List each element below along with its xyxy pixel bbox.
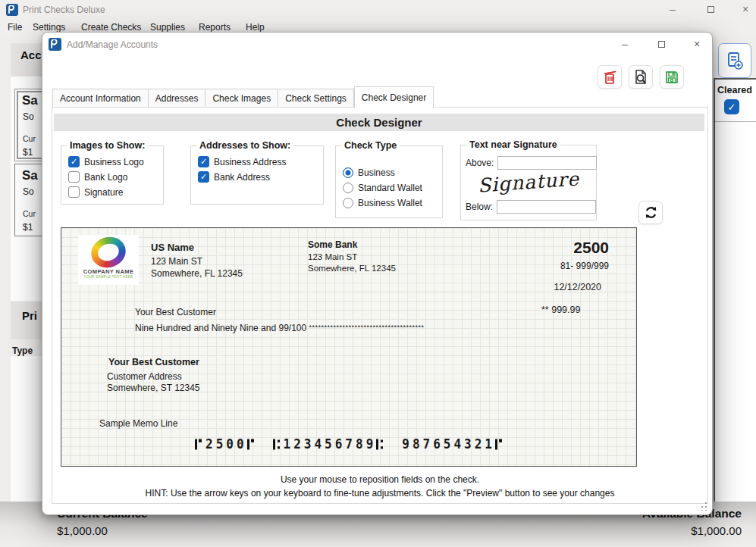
account-card-value: $1 bbox=[23, 222, 33, 233]
account-card-label: Cur bbox=[23, 134, 36, 143]
amount-words-field[interactable]: Nine Hundred and Ninety Nine and 99/100 … bbox=[135, 323, 425, 333]
date-field[interactable]: 12/12/2020 bbox=[542, 282, 601, 292]
logo-company-name: COMPANY NAME bbox=[78, 268, 139, 275]
business-address-checkbox[interactable]: ✓ bbox=[198, 156, 209, 167]
micr-onus-icon bbox=[195, 438, 202, 450]
signature-checkbox[interactable] bbox=[68, 186, 80, 198]
menu-reports[interactable]: Reports bbox=[199, 22, 231, 33]
option-business[interactable]: Business bbox=[343, 166, 395, 179]
business-wallet-radio[interactable] bbox=[343, 198, 353, 208]
account-card-value: $1 bbox=[23, 147, 33, 158]
check-preview: COMPANY NAME YOUR SAMPLE TEXT HERE US Na… bbox=[61, 227, 637, 467]
dialog-title: Add/Manage Accounts bbox=[67, 39, 158, 50]
amount-words-text: Nine Hundred and Ninety Nine and 99/100 bbox=[135, 323, 306, 333]
type-column-header: Type bbox=[12, 345, 33, 356]
dialog-close-button[interactable]: × bbox=[682, 34, 712, 54]
menu-supplies[interactable]: Supplies bbox=[150, 22, 185, 33]
bank-address-field[interactable]: Some Bank 123 Main ST Somewhere, FL 1234… bbox=[308, 239, 396, 274]
close-button[interactable]: × bbox=[729, 0, 756, 18]
tab-check-images[interactable]: Check Images bbox=[205, 89, 278, 108]
menu-create-checks[interactable]: Create Checks bbox=[81, 22, 141, 33]
amount-words-fill: ************************************** bbox=[309, 324, 425, 331]
tab-check-settings[interactable]: Check Settings bbox=[278, 89, 354, 108]
company-logo-swirl bbox=[87, 233, 130, 272]
micr-transit-icon bbox=[273, 438, 281, 450]
option-standard-wallet[interactable]: Standard Wallet bbox=[343, 181, 422, 194]
refresh-preview-button[interactable] bbox=[638, 201, 663, 224]
images-to-show-legend: Images to Show: bbox=[67, 140, 148, 151]
check-number-field[interactable]: 2500 bbox=[542, 239, 609, 257]
check-type-group: Check Type Business Standard Wallet Busi… bbox=[335, 145, 443, 218]
current-balance-value: $1,000.00 bbox=[57, 524, 108, 537]
add-account-button[interactable] bbox=[718, 43, 751, 78]
transactions-table bbox=[714, 78, 756, 502]
account-card-title: Sa bbox=[22, 93, 38, 108]
micr-transit-icon bbox=[376, 438, 384, 450]
dialog-app-icon bbox=[49, 38, 61, 51]
check-designer-heading: Check Designer bbox=[54, 114, 704, 131]
option-business-address[interactable]: ✓ Business Address bbox=[198, 155, 286, 168]
addresses-to-show-legend: Addresses to Show: bbox=[196, 140, 293, 151]
amount-numeric-field[interactable]: ** 999.99 bbox=[541, 305, 580, 315]
tab-addresses[interactable]: Addresses bbox=[149, 89, 206, 108]
accounts-heading-text: Acc bbox=[20, 48, 42, 61]
dialog-maximize-icon bbox=[658, 41, 665, 48]
maximize-icon bbox=[707, 6, 714, 13]
memo-field[interactable]: Sample Memo Line bbox=[99, 418, 177, 429]
preview-document-icon bbox=[633, 69, 648, 85]
menu-settings[interactable]: Settings bbox=[33, 22, 65, 33]
business-radio[interactable] bbox=[343, 167, 353, 178]
bank-name: Some Bank bbox=[308, 239, 396, 250]
tab-check-designer[interactable]: Check Designer bbox=[354, 86, 434, 108]
text-near-signature-legend: Text near Signature bbox=[466, 139, 560, 150]
bank-address-line1: 123 Main ST bbox=[308, 252, 396, 263]
micr-check-number: 2500 bbox=[205, 436, 247, 452]
account-card-label: Cur bbox=[23, 209, 36, 218]
business-address-line2: Somewhere, FL 12345 bbox=[151, 267, 243, 280]
business-name: US Name bbox=[151, 242, 243, 253]
main-titlebar: Print Checks Deluxe – × bbox=[0, 0, 756, 20]
business-logo-field[interactable]: COMPANY NAME YOUR SAMPLE TEXT HERE bbox=[78, 235, 139, 285]
delete-account-button[interactable] bbox=[598, 65, 622, 89]
option-business-wallet[interactable]: Business Wallet bbox=[343, 196, 422, 209]
save-button[interactable] bbox=[660, 65, 684, 89]
business-logo-checkbox[interactable]: ✓ bbox=[68, 156, 80, 167]
above-label: Above: bbox=[466, 158, 494, 168]
customer-address-line2: Somewhere, ST 12345 bbox=[107, 383, 200, 394]
save-floppy-icon bbox=[664, 70, 679, 85]
customer-address-field[interactable]: Your Best Customer Customer Address Some… bbox=[108, 357, 200, 394]
dialog-resize-grip[interactable] bbox=[698, 502, 707, 511]
payee-field[interactable]: Your Best Customer bbox=[135, 307, 216, 317]
minimize-button[interactable]: – bbox=[657, 0, 689, 18]
bank-address-line2: Somewhere, FL 12345 bbox=[308, 263, 396, 274]
cleared-checkbox[interactable]: ✓ bbox=[724, 99, 739, 114]
tab-account-information[interactable]: Account Information bbox=[52, 89, 149, 108]
standard-wallet-radio[interactable] bbox=[343, 183, 353, 193]
hint-line-1: Use your mouse to reposition fields on t… bbox=[52, 474, 707, 485]
option-signature[interactable]: Signature bbox=[68, 186, 123, 198]
option-bank-logo[interactable]: Bank Logo bbox=[68, 170, 127, 183]
below-label: Below: bbox=[466, 202, 493, 212]
option-business-logo[interactable]: ✓ Business Logo bbox=[68, 155, 144, 168]
micr-line-field[interactable]: 2500 123456789 987654321 bbox=[61, 436, 636, 452]
maximize-button[interactable] bbox=[695, 0, 726, 18]
micr-onus-icon bbox=[247, 438, 255, 450]
preview-button[interactable] bbox=[629, 65, 653, 89]
bank-logo-checkbox[interactable] bbox=[68, 171, 80, 183]
available-balance-value: $1,000.00 bbox=[691, 524, 742, 537]
signature-script-preview: Signature bbox=[460, 167, 597, 198]
text-near-signature-group: Text near Signature Above: Signature Bel… bbox=[460, 145, 597, 220]
images-to-show-group: Images to Show: ✓ Business Logo Bank Log… bbox=[61, 145, 164, 205]
option-bank-address[interactable]: ✓ Bank Address bbox=[198, 170, 270, 183]
dialog-minimize-button[interactable]: – bbox=[610, 34, 640, 54]
account-card-subtitle: So bbox=[23, 186, 34, 197]
bank-address-checkbox[interactable]: ✓ bbox=[198, 171, 209, 183]
dialog-maximize-button[interactable] bbox=[646, 34, 676, 54]
account-card-title: Sa bbox=[22, 168, 38, 183]
below-input[interactable] bbox=[497, 200, 596, 214]
check-designer-pane: Check Designer Images to Show: ✓ Busines… bbox=[52, 107, 708, 504]
menu-file[interactable]: File bbox=[8, 22, 22, 33]
business-address-field[interactable]: US Name 123 Main ST Somewhere, FL 12345 bbox=[151, 242, 243, 280]
fraction-field[interactable]: 81- 999/999 bbox=[542, 261, 609, 271]
menu-help[interactable]: Help bbox=[246, 22, 265, 33]
